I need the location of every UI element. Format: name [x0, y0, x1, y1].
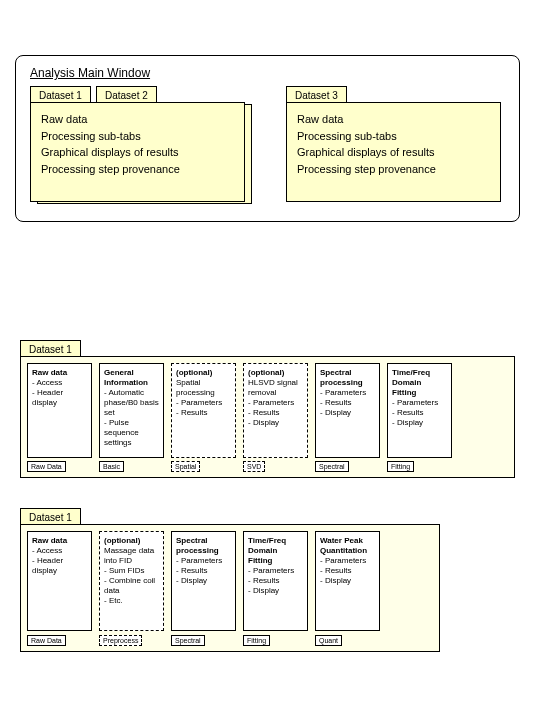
box-title: Spectral processing: [176, 536, 219, 555]
box-lines: Spatial processing - Parameters - Result…: [176, 378, 222, 417]
sec2-box-spectral: Spectral processing - Parameters - Resul…: [315, 363, 380, 458]
box-lines: - Parameters - Results - Display: [392, 398, 438, 427]
sec2-box-svd: (optional) HLSVD signal removal - Parame…: [243, 363, 308, 458]
sec3-subtab-rawdata[interactable]: Raw Data: [27, 635, 66, 646]
box-title: Raw data: [32, 536, 67, 545]
box-lines: - Access - Header display: [32, 546, 63, 575]
box-title: (optional): [248, 368, 284, 377]
box-lines: - Parameters - Results - Display: [176, 556, 222, 585]
sec3-tab[interactable]: Dataset 1: [20, 508, 81, 525]
sec2-subtab-rawdata[interactable]: Raw Data: [27, 461, 66, 472]
tab-dataset-1[interactable]: Dataset 1: [30, 86, 91, 103]
box-title: (optional): [104, 536, 140, 545]
box-lines: - Automatic phase/B0 basis set - Pulse s…: [104, 388, 159, 447]
sec3-box-quant: Water Peak Quantitation - Parameters - R…: [315, 531, 380, 631]
page-title: Analysis Main Window: [30, 66, 150, 80]
sec3-subtab-preprocess[interactable]: Preprocess: [99, 635, 142, 646]
sec2-subtab-spatial[interactable]: Spatial: [171, 461, 200, 472]
box-lines: - Parameters - Results - Display: [320, 556, 366, 585]
sec2-box-rawdata: Raw data - Access - Header display: [27, 363, 92, 458]
sec2-subtab-basic[interactable]: Basic: [99, 461, 124, 472]
main-window: Analysis Main Window Dataset 1 Dataset 2…: [15, 55, 520, 222]
dataset-1-body: Raw data Processing sub-tabs Graphical d…: [30, 102, 245, 202]
sec3-box-rawdata: Raw data - Access - Header display: [27, 531, 92, 631]
tab-dataset-3[interactable]: Dataset 3: [286, 86, 347, 103]
sec3-box-spectral: Spectral processing - Parameters - Resul…: [171, 531, 236, 631]
box-title: General Information: [104, 368, 148, 387]
box-lines: - Access - Header display: [32, 378, 63, 407]
sec2-subtab-svd[interactable]: SVD: [243, 461, 265, 472]
sec2-body: Raw data - Access - Header display Raw D…: [20, 356, 515, 478]
box-title: Spectral processing: [320, 368, 363, 387]
sec2-tab[interactable]: Dataset 1: [20, 340, 81, 357]
box-lines: - Parameters - Results - Display: [320, 388, 366, 417]
box-title: Raw data: [32, 368, 67, 377]
dataset-3-body: Raw data Processing sub-tabs Graphical d…: [286, 102, 501, 202]
box-title: Water Peak Quantitation: [320, 536, 367, 555]
sec3-body: Raw data - Access - Header display Raw D…: [20, 524, 440, 652]
sec3-box-fitting: Time/Freq Domain Fitting - Parameters - …: [243, 531, 308, 631]
box-title: Time/Freq Domain Fitting: [392, 368, 430, 397]
sec2-subtab-fitting[interactable]: Fitting: [387, 461, 414, 472]
sec2-subtab-spectral[interactable]: Spectral: [315, 461, 349, 472]
box-lines: Massage data into FID - Sum FIDs - Combi…: [104, 546, 155, 605]
box-lines: - Parameters - Results - Display: [248, 566, 294, 595]
sec3-subtab-quant[interactable]: Quant: [315, 635, 342, 646]
sec3-subtab-fitting[interactable]: Fitting: [243, 635, 270, 646]
sec2-box-fitting: Time/Freq Domain Fitting - Parameters - …: [387, 363, 452, 458]
sec3-box-preprocess: (optional) Massage data into FID - Sum F…: [99, 531, 164, 631]
sec3-subtab-spectral[interactable]: Spectral: [171, 635, 205, 646]
box-lines: HLSVD signal removal - Parameters - Resu…: [248, 378, 298, 427]
sec2-box-general: General Information - Automatic phase/B0…: [99, 363, 164, 458]
box-title: (optional): [176, 368, 212, 377]
box-title: Time/Freq Domain Fitting: [248, 536, 286, 565]
sec2-box-spatial: (optional) Spatial processing - Paramete…: [171, 363, 236, 458]
